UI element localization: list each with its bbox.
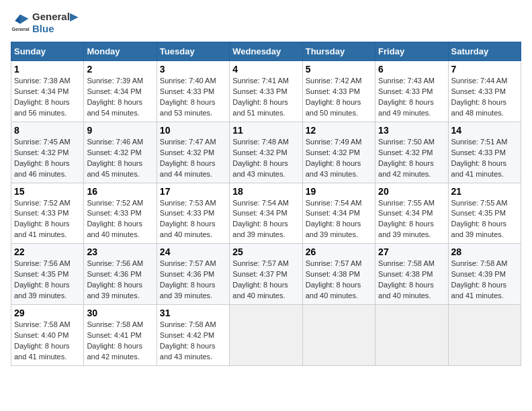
day-number: 29 <box>14 308 81 318</box>
daylight-label: Daylight: 8 hours and 40 minutes. <box>232 281 288 300</box>
sunrise-label: Sunrise: 7:39 AM <box>87 77 143 85</box>
sunrise-label: Sunrise: 7:51 AM <box>451 138 508 146</box>
calendar-cell: 13 Sunrise: 7:50 AM Sunset: 4:32 PM Dayl… <box>375 122 448 183</box>
day-number: 20 <box>378 186 445 197</box>
calendar-cell: 18 Sunrise: 7:54 AM Sunset: 4:34 PM Dayl… <box>230 183 302 244</box>
day-header: Sunday <box>11 42 84 61</box>
sunrise-label: Sunrise: 7:53 AM <box>160 199 216 207</box>
sunset-label: Sunset: 4:32 PM <box>232 148 287 156</box>
sunset-label: Sunset: 4:34 PM <box>378 209 433 217</box>
day-number: 15 <box>14 186 81 197</box>
sunset-label: Sunset: 4:41 PM <box>87 331 141 339</box>
daylight-label: Daylight: 8 hours and 40 minutes. <box>87 220 142 238</box>
daylight-label: Daylight: 8 hours and 43 minutes. <box>306 159 361 178</box>
day-header: Saturday <box>448 42 521 61</box>
logo-line2: Blue <box>32 23 78 35</box>
sunrise-label: Sunrise: 7:56 AM <box>14 259 71 267</box>
calendar-cell: 1 Sunrise: 7:38 AM Sunset: 4:34 PM Dayli… <box>11 61 84 122</box>
sunrise-label: Sunrise: 7:45 AM <box>14 138 71 146</box>
day-number: 30 <box>87 308 153 318</box>
sunset-label: Sunset: 4:32 PM <box>14 148 69 156</box>
sunrise-label: Sunrise: 7:56 AM <box>87 259 143 267</box>
sunset-label: Sunset: 4:33 PM <box>451 87 506 95</box>
day-info: Sunrise: 7:52 AM Sunset: 4:33 PM Dayligh… <box>87 198 153 241</box>
sunset-label: Sunset: 4:32 PM <box>160 148 214 156</box>
sunset-label: Sunset: 4:33 PM <box>14 209 69 217</box>
sunset-label: Sunset: 4:34 PM <box>306 209 360 217</box>
daylight-label: Daylight: 8 hours and 51 minutes. <box>232 98 288 117</box>
day-info: Sunrise: 7:58 AM Sunset: 4:40 PM Dayligh… <box>14 320 81 363</box>
daylight-label: Daylight: 8 hours and 44 minutes. <box>160 159 216 178</box>
day-number: 8 <box>14 125 81 136</box>
day-number: 4 <box>232 64 299 75</box>
calendar-cell: 29 Sunrise: 7:58 AM Sunset: 4:40 PM Dayl… <box>11 305 84 366</box>
day-info: Sunrise: 7:58 AM Sunset: 4:39 PM Dayligh… <box>451 259 518 302</box>
sunrise-label: Sunrise: 7:58 AM <box>14 320 71 328</box>
day-number: 10 <box>160 125 226 136</box>
daylight-label: Daylight: 8 hours and 43 minutes. <box>160 342 216 361</box>
calendar-cell: 23 Sunrise: 7:56 AM Sunset: 4:36 PM Dayl… <box>84 244 157 305</box>
sunset-label: Sunset: 4:37 PM <box>232 270 287 278</box>
day-info: Sunrise: 7:57 AM Sunset: 4:38 PM Dayligh… <box>306 259 372 302</box>
day-number: 17 <box>160 186 226 197</box>
calendar-cell: 10 Sunrise: 7:47 AM Sunset: 4:32 PM Dayl… <box>157 122 229 183</box>
calendar-cell: 8 Sunrise: 7:45 AM Sunset: 4:32 PM Dayli… <box>11 122 84 183</box>
sunrise-label: Sunrise: 7:48 AM <box>232 138 289 146</box>
sunrise-label: Sunrise: 7:58 AM <box>87 320 143 328</box>
day-info: Sunrise: 7:40 AM Sunset: 4:33 PM Dayligh… <box>160 76 226 119</box>
daylight-label: Daylight: 8 hours and 53 minutes. <box>160 98 216 117</box>
logo: General General▶ Blue <box>11 11 78 35</box>
sunrise-label: Sunrise: 7:50 AM <box>378 138 435 146</box>
calendar-cell: 19 Sunrise: 7:54 AM Sunset: 4:34 PM Dayl… <box>302 183 375 244</box>
day-number: 7 <box>451 64 518 75</box>
calendar-week-row: 1 Sunrise: 7:38 AM Sunset: 4:34 PM Dayli… <box>11 61 521 122</box>
day-number: 12 <box>306 125 372 136</box>
day-info: Sunrise: 7:49 AM Sunset: 4:32 PM Dayligh… <box>306 137 372 180</box>
page-header: General General▶ Blue <box>11 11 521 35</box>
sunrise-label: Sunrise: 7:46 AM <box>87 138 143 146</box>
sunrise-label: Sunrise: 7:40 AM <box>160 77 216 85</box>
calendar-cell: 21 Sunrise: 7:55 AM Sunset: 4:35 PM Dayl… <box>448 183 521 244</box>
sunset-label: Sunset: 4:33 PM <box>451 148 506 156</box>
day-number: 26 <box>306 246 372 257</box>
sunset-label: Sunset: 4:42 PM <box>160 331 214 339</box>
day-number: 22 <box>14 246 81 257</box>
day-info: Sunrise: 7:46 AM Sunset: 4:32 PM Dayligh… <box>87 137 153 180</box>
day-info: Sunrise: 7:58 AM Sunset: 4:41 PM Dayligh… <box>87 320 153 363</box>
calendar-body: 1 Sunrise: 7:38 AM Sunset: 4:34 PM Dayli… <box>11 61 521 366</box>
calendar-cell: 6 Sunrise: 7:43 AM Sunset: 4:33 PM Dayli… <box>375 61 448 122</box>
day-info: Sunrise: 7:58 AM Sunset: 4:42 PM Dayligh… <box>160 320 226 363</box>
sunset-label: Sunset: 4:33 PM <box>378 87 433 95</box>
calendar-cell: 11 Sunrise: 7:48 AM Sunset: 4:32 PM Dayl… <box>230 122 302 183</box>
calendar-cell: 22 Sunrise: 7:56 AM Sunset: 4:35 PM Dayl… <box>11 244 84 305</box>
sunset-label: Sunset: 4:39 PM <box>451 270 506 278</box>
day-info: Sunrise: 7:58 AM Sunset: 4:38 PM Dayligh… <box>378 259 445 302</box>
sunset-label: Sunset: 4:36 PM <box>160 270 214 278</box>
day-number: 11 <box>232 125 299 136</box>
day-info: Sunrise: 7:50 AM Sunset: 4:32 PM Dayligh… <box>378 137 445 180</box>
day-number: 13 <box>378 125 445 136</box>
sunrise-label: Sunrise: 7:43 AM <box>378 77 435 85</box>
calendar-cell: 30 Sunrise: 7:58 AM Sunset: 4:41 PM Dayl… <box>84 305 157 366</box>
day-number: 18 <box>232 186 299 197</box>
svg-text:General: General <box>12 27 30 32</box>
day-info: Sunrise: 7:44 AM Sunset: 4:33 PM Dayligh… <box>451 76 518 119</box>
sunset-label: Sunset: 4:32 PM <box>87 148 141 156</box>
calendar-cell: 26 Sunrise: 7:57 AM Sunset: 4:38 PM Dayl… <box>302 244 375 305</box>
daylight-label: Daylight: 8 hours and 48 minutes. <box>451 98 507 117</box>
logo-line1: General▶ <box>32 11 78 23</box>
daylight-label: Daylight: 8 hours and 41 minutes. <box>451 281 507 300</box>
day-number: 25 <box>232 246 299 257</box>
sunset-label: Sunset: 4:38 PM <box>306 270 360 278</box>
day-info: Sunrise: 7:52 AM Sunset: 4:33 PM Dayligh… <box>14 198 81 241</box>
day-info: Sunrise: 7:39 AM Sunset: 4:34 PM Dayligh… <box>87 76 153 119</box>
day-info: Sunrise: 7:56 AM Sunset: 4:35 PM Dayligh… <box>14 259 81 302</box>
sunrise-label: Sunrise: 7:58 AM <box>160 320 216 328</box>
sunrise-label: Sunrise: 7:38 AM <box>14 77 71 85</box>
sunset-label: Sunset: 4:40 PM <box>14 331 69 339</box>
day-number: 1 <box>14 64 81 75</box>
daylight-label: Daylight: 8 hours and 41 minutes. <box>14 342 70 361</box>
daylight-label: Daylight: 8 hours and 42 minutes. <box>378 159 434 178</box>
daylight-label: Daylight: 8 hours and 54 minutes. <box>87 98 142 117</box>
day-info: Sunrise: 7:41 AM Sunset: 4:33 PM Dayligh… <box>232 76 299 119</box>
